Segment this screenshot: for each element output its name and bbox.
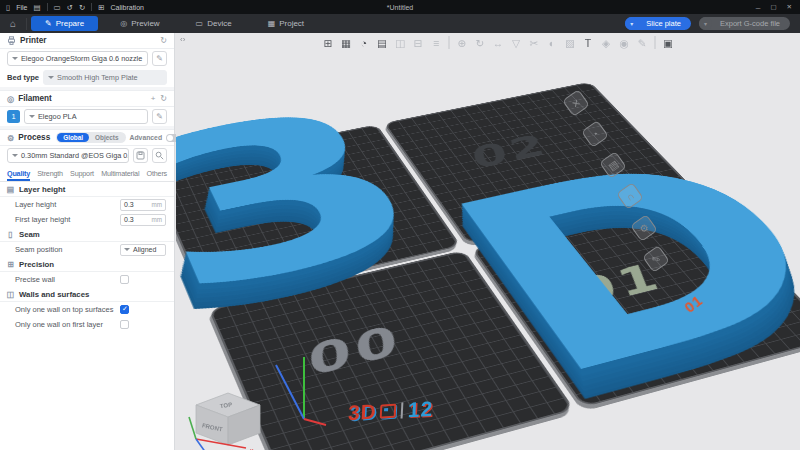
- export-gcode-button[interactable]: ▾ Export G-code file: [699, 17, 790, 30]
- split-objects-icon[interactable]: ◫: [393, 35, 408, 50]
- tab-project[interactable]: ▦ Project: [254, 16, 318, 31]
- printer-title: Printer: [20, 36, 46, 45]
- tab-multimaterial[interactable]: Multimaterial: [101, 165, 139, 181]
- slice-plate-button[interactable]: ▾ Slice plate: [625, 17, 691, 30]
- calibration-icon[interactable]: ⊞: [98, 3, 104, 12]
- precise-wall-checkbox[interactable]: [120, 275, 129, 284]
- cut-icon[interactable]: ✂: [527, 35, 542, 50]
- tab-strength[interactable]: Strength: [37, 165, 63, 181]
- navigation-cube[interactable]: TOP FRONT x: [182, 381, 268, 450]
- sync-icon[interactable]: ↻: [160, 36, 167, 45]
- arrange-icon[interactable]: ▤: [375, 35, 390, 50]
- scope-global[interactable]: Global: [57, 133, 89, 142]
- seam-header: ▯ Seam: [0, 227, 174, 242]
- add-object-icon[interactable]: ⊞: [321, 35, 336, 50]
- param-label: Layer height: [15, 200, 120, 209]
- undo-icon[interactable]: ↺: [67, 3, 73, 12]
- add-plate-icon[interactable]: ▦: [339, 35, 354, 50]
- tab-label: Device: [207, 19, 231, 28]
- slice-dropdown-icon[interactable]: ▾: [625, 17, 638, 30]
- main-tabbar: ⌂ ✎ Prepare ◎ Preview ▭ Device ▦ Project…: [0, 14, 800, 33]
- logo-3d-text: 3D: [347, 400, 377, 426]
- one-wall-top-checkbox[interactable]: [120, 305, 129, 314]
- filament-title: Filament: [18, 94, 52, 103]
- printer-preset-select[interactable]: Elegoo OrangeStorm Giga 0.6 nozzle: [7, 51, 148, 66]
- seam-painting-icon[interactable]: ◈: [599, 35, 614, 50]
- prepare-icon: ✎: [45, 19, 52, 28]
- support-painting-icon[interactable]: ▨: [563, 35, 578, 50]
- slice-label: Slice plate: [640, 19, 691, 28]
- app-window: ▯ File ▤ ▭ ↺ ↻ ⊞ Calibration *Untitled ─…: [0, 0, 800, 450]
- export-dropdown-icon[interactable]: ▾: [699, 17, 712, 30]
- home-icon[interactable]: ⌂: [0, 18, 27, 30]
- tab-others[interactable]: Others: [147, 165, 167, 181]
- param-label: First layer height: [15, 215, 120, 224]
- collapse-sidebar-icon[interactable]: ‹›: [180, 35, 185, 44]
- color-painting-icon[interactable]: ◉: [617, 35, 632, 50]
- save-preset-icon[interactable]: [133, 148, 148, 163]
- printer-monitor-icon[interactable]: ▭: [54, 3, 61, 12]
- split-parts-icon[interactable]: ⊟: [411, 35, 426, 50]
- text-tool-icon[interactable]: T: [581, 35, 596, 50]
- layer-height-input[interactable]: 0.3 mm: [120, 199, 166, 211]
- precision-header: ⊞ Precision: [0, 257, 174, 272]
- printer-icon: [7, 36, 16, 45]
- param-label: Only one wall on first layer: [15, 320, 120, 329]
- scope-objects[interactable]: Objects: [89, 133, 124, 142]
- chevron-down-icon: [29, 115, 35, 118]
- add-filament-icon[interactable]: +: [151, 94, 156, 103]
- param-label: Only one wall on top surfaces: [15, 305, 120, 314]
- close-icon[interactable]: ✕: [787, 3, 792, 11]
- search-icon[interactable]: [152, 148, 167, 163]
- export-label: Export G-code file: [714, 19, 790, 28]
- tab-preview[interactable]: ◎ Preview: [106, 16, 173, 31]
- param-unit: mm: [152, 216, 163, 223]
- gear-icon: ⚙: [7, 133, 14, 143]
- file-icon: ▯: [6, 3, 10, 12]
- bed-type-select[interactable]: Smooth High Temp Plate: [43, 70, 167, 85]
- first-layer-height-input[interactable]: 0.3 mm: [120, 214, 166, 226]
- param-value: 0.3: [124, 216, 152, 223]
- edit-menu-icon[interactable]: ▤: [33, 3, 40, 12]
- process-scope-toggle[interactable]: Global Objects: [56, 132, 125, 143]
- assembly-view-icon[interactable]: ▣: [661, 35, 676, 50]
- filament-preset-select[interactable]: Elegoo PLA: [24, 109, 148, 124]
- rotate-icon[interactable]: ↻: [473, 35, 488, 50]
- tab-quality[interactable]: Quality: [7, 165, 30, 181]
- seam-position-select[interactable]: Aligned: [120, 244, 166, 256]
- filament-section-header: ◎ Filament + ↻: [0, 91, 174, 107]
- menu-file[interactable]: File: [16, 4, 27, 11]
- filament-slot-badge[interactable]: 1: [7, 110, 20, 123]
- logo-printer-icon: [380, 404, 397, 419]
- chevron-down-icon: [48, 76, 54, 79]
- mesh-boolean-icon[interactable]: ◐: [545, 35, 560, 50]
- param-row: Layer height 0.3 mm: [0, 197, 174, 212]
- minimize-icon[interactable]: ─: [756, 4, 761, 11]
- edit-filament-icon[interactable]: ✎: [152, 109, 167, 124]
- scale-icon[interactable]: ↔: [491, 35, 506, 50]
- maximize-icon[interactable]: ▢: [770, 3, 776, 11]
- move-icon[interactable]: ⊕: [455, 35, 470, 50]
- edit-printer-icon[interactable]: ✎: [152, 51, 167, 66]
- menu-calibration[interactable]: Calibration: [111, 4, 144, 11]
- svg-tool-icon[interactable]: ✎: [635, 35, 650, 50]
- tab-device[interactable]: ▭ Device: [182, 16, 246, 31]
- auto-orient-icon[interactable]: ◔: [357, 35, 372, 50]
- tab-support[interactable]: Support: [70, 165, 94, 181]
- process-preset-value: 0.30mm Standard @EOS Giga 0.6 nozzle: [21, 151, 129, 160]
- viewport-3d[interactable]: ‹› ⊞ ▦ ◔ ▤ ◫ ⊟ ≡ ⊕ ↻ ↔ ▽ ✂ ◐ ▨ T ◈ ◉ ✎ ▣: [176, 33, 800, 450]
- section-title: Layer height: [19, 185, 65, 194]
- sync-filament-icon[interactable]: ↻: [160, 94, 167, 103]
- chevron-down-icon: [124, 248, 130, 251]
- process-preset-select[interactable]: 0.30mm Standard @EOS Giga 0.6 nozzle: [7, 148, 129, 163]
- redo-icon[interactable]: ↻: [79, 3, 85, 12]
- param-value: 0.3: [124, 201, 152, 208]
- bed-type-label: Bed type: [7, 73, 39, 82]
- place-on-face-icon[interactable]: ▽: [509, 35, 524, 50]
- variable-layer-height-icon[interactable]: ≡: [429, 35, 444, 50]
- tab-prepare[interactable]: ✎ Prepare: [31, 16, 98, 31]
- one-wall-first-layer-checkbox[interactable]: [120, 320, 129, 329]
- param-row: First layer height 0.3 mm: [0, 212, 174, 227]
- walls-surfaces-header: ◫ Walls and surfaces: [0, 287, 174, 302]
- section-title: Precision: [19, 260, 54, 269]
